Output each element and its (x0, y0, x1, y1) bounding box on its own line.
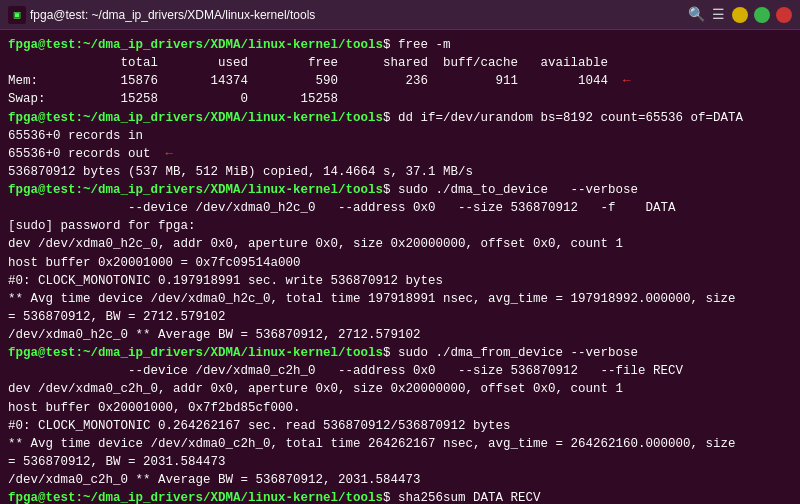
line-16: = 536870912, BW = 2712.579102 (8, 308, 792, 326)
menu-button[interactable]: ☰ (710, 7, 726, 23)
arrow-icon-2: ← (166, 147, 174, 161)
title-bar: ▣ fpga@test: ~/dma_ip_drivers/XDMA/linux… (0, 0, 800, 30)
line-19: --device /dev/xdma0_c2h_0 --address 0x0 … (8, 362, 792, 380)
line-6: 65536+0 records in (8, 127, 792, 145)
line-5: fpga@test:~/dma_ip_drivers/XDMA/linux-ke… (8, 109, 792, 127)
line-23: ** Avg time device /dev/xdma0_c2h_0, tot… (8, 435, 792, 453)
arrow-icon: ← (623, 74, 631, 88)
title-bar-controls: 🔍 ☰ (688, 7, 792, 23)
maximize-button[interactable] (754, 7, 770, 23)
line-20: dev /dev/xdma0_c2h_0, addr 0x0, aperture… (8, 380, 792, 398)
minimize-button[interactable] (732, 7, 748, 23)
line-9: fpga@test:~/dma_ip_drivers/XDMA/linux-ke… (8, 181, 792, 199)
line-26: fpga@test:~/dma_ip_drivers/XDMA/linux-ke… (8, 489, 792, 504)
line-17: /dev/xdma0_h2c_0 ** Average BW = 5368709… (8, 326, 792, 344)
line-13: host buffer 0x20001000 = 0x7fc09514a000 (8, 254, 792, 272)
search-button[interactable]: 🔍 (688, 7, 704, 23)
line-18: fpga@test:~/dma_ip_drivers/XDMA/linux-ke… (8, 344, 792, 362)
prompt: fpga@test:~/dma_ip_drivers/XDMA/linux-ke… (8, 38, 383, 52)
line-14: #0: CLOCK_MONOTONIC 0.197918991 sec. wri… (8, 272, 792, 290)
line-22: #0: CLOCK_MONOTONIC 0.264262167 sec. rea… (8, 417, 792, 435)
title-bar-left: ▣ fpga@test: ~/dma_ip_drivers/XDMA/linux… (8, 6, 315, 24)
line-7: 65536+0 records out ← (8, 145, 792, 163)
line-4: Swap: 15258 0 15258 (8, 90, 792, 108)
line-8: 536870912 bytes (537 MB, 512 MiB) copied… (8, 163, 792, 181)
terminal-icon: ▣ (8, 6, 26, 24)
title-bar-title: fpga@test: ~/dma_ip_drivers/XDMA/linux-k… (30, 8, 315, 22)
close-button[interactable] (776, 7, 792, 23)
line-10: --device /dev/xdma0_h2c_0 --address 0x0 … (8, 199, 792, 217)
terminal[interactable]: fpga@test:~/dma_ip_drivers/XDMA/linux-ke… (0, 30, 800, 504)
prompt: fpga@test:~/dma_ip_drivers/XDMA/linux-ke… (8, 111, 383, 125)
prompt: fpga@test:~/dma_ip_drivers/XDMA/linux-ke… (8, 491, 383, 504)
line-2: total used free shared buff/cache availa… (8, 54, 792, 72)
line-3: Mem: 15876 14374 590 236 911 1044 ← (8, 72, 792, 90)
line-1: fpga@test:~/dma_ip_drivers/XDMA/linux-ke… (8, 36, 792, 54)
line-12: dev /dev/xdma0_h2c_0, addr 0x0, aperture… (8, 235, 792, 253)
line-15: ** Avg time device /dev/xdma0_h2c_0, tot… (8, 290, 792, 308)
prompt: fpga@test:~/dma_ip_drivers/XDMA/linux-ke… (8, 183, 383, 197)
line-11: [sudo] password for fpga: (8, 217, 792, 235)
line-24: = 536870912, BW = 2031.584473 (8, 453, 792, 471)
line-21: host buffer 0x20001000, 0x7f2bd85cf000. (8, 399, 792, 417)
line-25: /dev/xdma0_c2h_0 ** Average BW = 5368709… (8, 471, 792, 489)
prompt: fpga@test:~/dma_ip_drivers/XDMA/linux-ke… (8, 346, 383, 360)
